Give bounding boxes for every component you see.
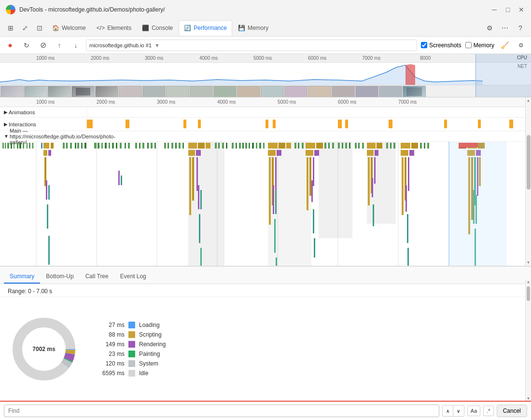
cpu-chart-area: NET bbox=[0, 63, 531, 85]
svg-rect-161 bbox=[276, 257, 277, 266]
tab-performance[interactable]: 🔄 Performance bbox=[179, 20, 232, 36]
flame-chart-container: 1000 ms 2000 ms 3000 ms 4000 ms 5000 ms … bbox=[0, 97, 531, 266]
record-button[interactable]: ● bbox=[4, 39, 16, 52]
tab-bottom-up[interactable]: Bottom-Up bbox=[40, 270, 79, 284]
tab-call-tree[interactable]: Call Tree bbox=[80, 270, 114, 284]
animations-chevron[interactable]: ▶ bbox=[4, 109, 8, 115]
screenshots-checkbox-label[interactable]: Screenshots bbox=[421, 42, 461, 49]
svg-rect-163 bbox=[407, 248, 409, 266]
svg-rect-109 bbox=[277, 150, 281, 156]
screenshot-thumb[interactable] bbox=[95, 86, 118, 97]
find-input[interactable] bbox=[4, 405, 439, 417]
screenshot-thumb[interactable] bbox=[355, 86, 378, 97]
screenshot-thumb[interactable] bbox=[142, 86, 166, 97]
flame-time-2000: 2000 ms bbox=[97, 99, 115, 105]
time-marker-4000: 4000 ms bbox=[199, 55, 218, 61]
memory-checkbox-label[interactable]: Memory bbox=[465, 42, 494, 49]
screenshot-thumb[interactable] bbox=[284, 86, 307, 97]
url-dropdown-icon[interactable]: ▼ bbox=[154, 42, 160, 48]
memory-checkbox[interactable] bbox=[465, 42, 472, 48]
svg-rect-57 bbox=[179, 143, 181, 149]
animations-text: Animations bbox=[9, 109, 35, 115]
svg-rect-45 bbox=[139, 143, 140, 149]
screenshot-thumb[interactable] bbox=[308, 86, 331, 97]
minimize-button[interactable]: ─ bbox=[490, 6, 498, 14]
scroll-down-btn[interactable]: ▼ bbox=[526, 259, 531, 266]
main-chevron[interactable]: ▼ bbox=[4, 134, 9, 139]
legend-scripting: 88 ms Scripting bbox=[96, 331, 523, 338]
screenshot-thumb[interactable] bbox=[190, 86, 213, 97]
upload-button[interactable]: ↑ bbox=[53, 39, 66, 52]
svg-rect-62 bbox=[226, 143, 227, 149]
screenshot-thumb[interactable] bbox=[237, 86, 260, 97]
vertical-scrollbar[interactable]: ▲ ▼ bbox=[525, 97, 531, 266]
svg-rect-28 bbox=[66, 143, 68, 149]
screenshot-thumb[interactable] bbox=[213, 86, 237, 97]
screenshot-thumb[interactable] bbox=[71, 86, 95, 97]
scroll-up-btn[interactable]: ▲ bbox=[526, 97, 531, 104]
tab-detach-btn[interactable]: ⤢ bbox=[18, 21, 32, 35]
clear-button[interactable]: ⊘ bbox=[37, 39, 49, 52]
interactions-chevron[interactable]: ▶ bbox=[4, 122, 8, 127]
memory-label: Memory bbox=[474, 42, 494, 49]
reload-record-button[interactable]: ↻ bbox=[20, 39, 33, 52]
flame-time-5000: 5000 ms bbox=[278, 99, 296, 105]
flame-time-7000: 7000 ms bbox=[398, 99, 417, 105]
svg-rect-42 bbox=[125, 143, 126, 149]
tab-welcome[interactable]: 🏠 Welcome bbox=[47, 20, 91, 36]
svg-rect-93 bbox=[386, 143, 388, 149]
svg-rect-133 bbox=[408, 157, 409, 191]
scroll-thumb[interactable] bbox=[527, 135, 531, 190]
animations-content bbox=[87, 107, 525, 117]
maximize-button[interactable]: □ bbox=[504, 6, 512, 14]
bottom-scrollbar-thumb[interactable] bbox=[527, 297, 530, 301]
svg-rect-84 bbox=[338, 143, 340, 149]
screenshot-thumb[interactable] bbox=[24, 86, 47, 97]
svg-rect-43 bbox=[128, 143, 130, 149]
screenshots-label: Screenshots bbox=[429, 42, 461, 49]
more-tools-btn[interactable]: ⋯ bbox=[498, 21, 512, 35]
svg-rect-160 bbox=[200, 248, 202, 266]
svg-rect-105 bbox=[48, 150, 51, 156]
screenshot-thumb[interactable] bbox=[332, 86, 355, 97]
interaction-marker-5 bbox=[266, 120, 268, 128]
settings-button[interactable]: ⚙ bbox=[515, 39, 527, 52]
main-track-body[interactable] bbox=[0, 142, 525, 266]
svg-rect-46 bbox=[142, 143, 144, 149]
settings-icon-btn[interactable]: ⚙ bbox=[483, 21, 496, 35]
tab-layout-btn[interactable]: ⊡ bbox=[33, 21, 46, 35]
screenshots-row bbox=[0, 85, 531, 97]
tab-toggle-btn[interactable]: ⊞ bbox=[4, 21, 17, 35]
screenshot-thumb[interactable] bbox=[403, 86, 426, 97]
tab-event-log[interactable]: Event Log bbox=[114, 270, 152, 284]
sweep-icon-btn[interactable]: 🧹 bbox=[498, 39, 511, 52]
interactions-text: Interactions bbox=[9, 122, 36, 127]
find-cancel-button[interactable]: Cancel bbox=[497, 405, 527, 417]
screenshot-thumb[interactable] bbox=[0, 86, 24, 97]
match-case-button[interactable]: Aa bbox=[467, 406, 480, 416]
download-button[interactable]: ↓ bbox=[70, 39, 82, 52]
svg-rect-82 bbox=[328, 143, 330, 149]
close-button[interactable]: ✕ bbox=[517, 6, 525, 14]
regex-button[interactable]: .* bbox=[483, 406, 493, 416]
screenshots-checkbox[interactable] bbox=[421, 42, 427, 48]
bottom-panel-scrollbar[interactable]: ▲ ▼ bbox=[525, 297, 531, 401]
tab-console[interactable]: ⬛ Console bbox=[137, 20, 178, 36]
window-title: DevTools - microsoftedge.github.io/Demos… bbox=[19, 6, 165, 13]
tab-memory[interactable]: 💾 Memory bbox=[233, 20, 273, 36]
svg-rect-19 bbox=[19, 143, 21, 149]
screenshot-thumb[interactable] bbox=[379, 86, 402, 97]
find-next-button[interactable]: ∨ bbox=[453, 406, 464, 416]
screenshot-thumb[interactable] bbox=[48, 86, 71, 97]
tab-elements[interactable]: </> Elements bbox=[92, 20, 136, 36]
screenshot-thumb[interactable] bbox=[119, 86, 142, 97]
find-prev-button[interactable]: ∧ bbox=[443, 406, 453, 416]
screenshot-thumb[interactable] bbox=[261, 86, 284, 97]
svg-rect-14 bbox=[5, 143, 6, 149]
screenshot-thumb[interactable] bbox=[166, 86, 189, 97]
svg-rect-11 bbox=[319, 142, 352, 238]
svg-rect-155 bbox=[313, 209, 314, 233]
help-btn[interactable]: ? bbox=[514, 21, 527, 35]
tab-summary[interactable]: Summary bbox=[4, 270, 40, 284]
svg-rect-52 bbox=[206, 143, 210, 149]
